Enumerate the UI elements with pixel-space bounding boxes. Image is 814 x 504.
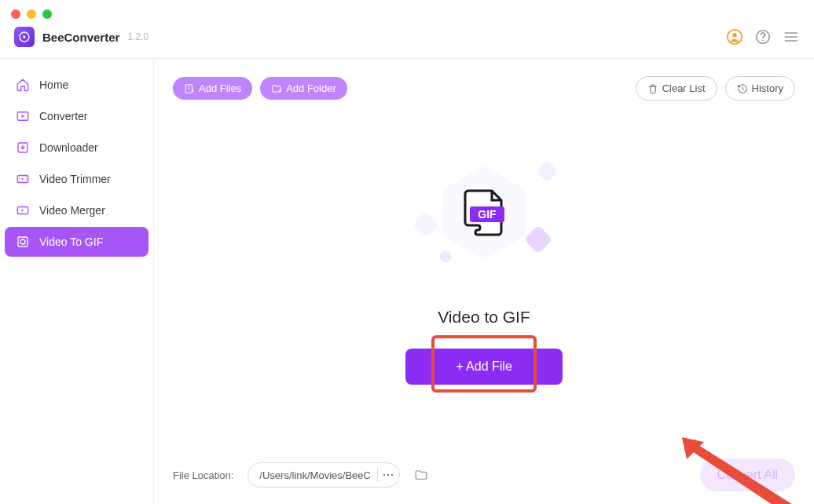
open-folder-icon[interactable] [414, 468, 428, 482]
sidebar-item-label: Downloader [39, 141, 98, 154]
window-controls [0, 0, 814, 25]
sidebar-item-video-to-gif[interactable]: Video To GIF [5, 227, 148, 257]
sidebar-item-label: Video Trimmer [39, 173, 111, 185]
sidebar-item-label: Converter [39, 110, 87, 122]
home-icon [16, 78, 30, 92]
svg-point-24 [391, 474, 394, 477]
sidebar-item-label: Home [39, 79, 68, 91]
add-file-button[interactable]: + Add File [405, 349, 563, 385]
hero-title: Video to GIF [438, 308, 530, 327]
svg-rect-12 [18, 237, 28, 247]
merger-icon [16, 203, 30, 217]
toolbar: Add Files Add Folder Clear List History [154, 59, 814, 118]
footer-bar: File Location: /Users/link/Movies/BeeC C… [154, 446, 814, 504]
add-files-label: Add Files [199, 82, 241, 94]
main-content: Add Files Add Folder Clear List History [154, 59, 814, 504]
window-maximize-button[interactable] [42, 9, 52, 19]
app-header: BeeConverter 1.2.0 [0, 25, 814, 59]
sidebar-item-label: Video To GIF [39, 236, 103, 248]
user-icon[interactable] [726, 28, 743, 46]
path-text: /Users/link/Movies/BeeC [259, 469, 371, 481]
sidebar-item-converter[interactable]: Converter [5, 101, 148, 131]
menu-icon[interactable] [783, 28, 800, 46]
clear-list-label: Clear List [662, 82, 706, 94]
file-location-path[interactable]: /Users/link/Movies/BeeC [248, 462, 400, 488]
app-logo-icon [14, 27, 35, 47]
sidebar: Home Converter Downloader Video Trimmer … [0, 59, 154, 504]
sidebar-item-merger[interactable]: Video Merger [5, 195, 148, 225]
gif-icon [16, 235, 30, 249]
add-folder-label: Add Folder [286, 82, 336, 94]
app-name: BeeConverter [42, 31, 119, 44]
history-button[interactable]: History [725, 76, 795, 100]
sidebar-item-label: Video Merger [39, 204, 105, 217]
path-more-icon[interactable] [377, 468, 394, 482]
app-version: 1.2.0 [127, 31, 148, 42]
gif-badge-text: GIF [478, 208, 497, 221]
add-folder-button[interactable]: Add Folder [260, 77, 347, 100]
add-files-button[interactable]: Add Files [173, 77, 252, 100]
sidebar-item-trimmer[interactable]: Video Trimmer [5, 164, 148, 194]
svg-point-4 [762, 40, 764, 42]
svg-point-22 [383, 474, 386, 477]
gif-illustration: GIF [405, 148, 563, 289]
empty-state-hero: GIF Video to GIF + Add File [154, 118, 814, 446]
svg-point-2 [732, 33, 737, 38]
window-close-button[interactable] [11, 9, 20, 19]
svg-point-13 [20, 239, 25, 244]
svg-point-23 [387, 474, 390, 477]
file-location-label: File Location: [173, 469, 233, 481]
sidebar-item-home[interactable]: Home [5, 70, 148, 100]
clear-list-button[interactable]: Clear List [636, 76, 717, 100]
convert-all-button[interactable]: Convert All [700, 458, 795, 491]
history-label: History [752, 82, 783, 94]
help-icon[interactable] [754, 28, 772, 46]
converter-icon [16, 109, 30, 123]
window-minimize-button[interactable] [27, 9, 36, 19]
download-icon [16, 141, 30, 155]
sidebar-item-downloader[interactable]: Downloader [5, 133, 148, 163]
trimmer-icon [16, 172, 30, 186]
